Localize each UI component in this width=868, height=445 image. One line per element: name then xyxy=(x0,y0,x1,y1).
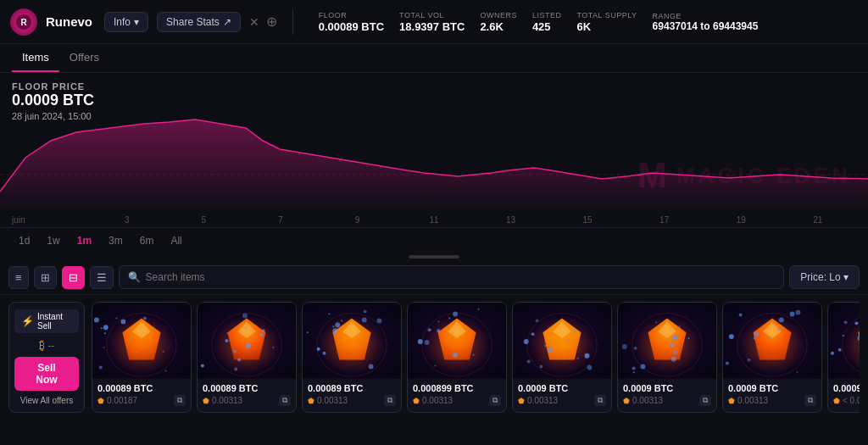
stat-listed: LISTED 425 xyxy=(532,11,562,33)
filter-3m[interactable]: 3m xyxy=(102,233,130,248)
logo-icon: R xyxy=(15,14,32,31)
btc-sub-icon: ⬟ xyxy=(728,397,735,405)
range-value: 69437014 to 69443945 xyxy=(653,20,759,32)
tab-offers[interactable]: Offers xyxy=(59,44,109,72)
copy-icon[interactable]: ⧉ xyxy=(594,395,606,406)
svg-point-115 xyxy=(777,327,781,331)
search-icon: 🔍 xyxy=(128,271,141,283)
stats-row: FLOOR 0.00089 BTC TOTAL VOL 18.9397 BTC … xyxy=(319,11,774,33)
nft-sub-value: 0.00313 xyxy=(527,396,558,405)
nft-card[interactable]: 0.0009 BTC ⬟ 0.00313 ⧉ xyxy=(617,302,717,413)
svg-point-68 xyxy=(425,340,430,345)
nft-card[interactable]: 0.00089 BTC ⬟ 0.00313 ⧉ xyxy=(302,302,402,413)
filter-all[interactable]: All xyxy=(164,233,188,248)
svg-point-48 xyxy=(332,328,337,333)
supply-label: TOTAL SUPPLY xyxy=(576,11,637,19)
svg-point-8 xyxy=(94,317,99,322)
nft-card[interactable]: 0.0009 BTC ⬟ 0.00313 ⧉ xyxy=(722,302,822,413)
copy-icon[interactable]: ⧉ xyxy=(384,395,396,406)
price-chevron-icon: ▾ xyxy=(843,271,849,283)
nft-card[interactable]: 0.00089 BTC ⬟ 0.00187 ⧉ xyxy=(92,302,192,413)
nft-sub-value: 0.00313 xyxy=(632,396,663,405)
x-label-9: 9 xyxy=(319,215,396,225)
svg-point-35 xyxy=(272,347,274,348)
svg-point-28 xyxy=(246,343,251,348)
nft-price: 0.00089 BTC xyxy=(308,383,396,393)
nft-sub: ⬟ 0.00313 ⧉ xyxy=(413,395,501,406)
svg-point-65 xyxy=(453,353,458,358)
nft-card[interactable]: 0.00089 BTC ⬟ 0.00313 ⧉ xyxy=(197,302,297,413)
x-label-juin: juin xyxy=(12,215,89,225)
svg-point-43 xyxy=(328,314,330,315)
time-filter: 1d 1w 1m 3m 6m All xyxy=(0,228,868,253)
nft-card[interactable]: 0.000899 BTC ⬟ 0.00313 ⧉ xyxy=(407,302,507,413)
nft-price: 0.0009 BTC xyxy=(623,383,711,393)
discord-icon[interactable]: ⊕ xyxy=(266,14,277,30)
tab-items[interactable]: Items xyxy=(12,44,59,72)
filter-1m[interactable]: 1m xyxy=(70,233,98,248)
copy-icon[interactable]: ⧉ xyxy=(489,395,501,406)
nft-sub: ⬟ 0.00313 ⧉ xyxy=(623,395,711,406)
nft-info: 0.0009 BTC ⬟ < 0.00001 ⧉ xyxy=(828,379,860,410)
nft-card[interactable]: 0.0009 BTC ⬟ < 0.00001 ⧉ xyxy=(827,302,860,413)
svg-point-24 xyxy=(260,333,264,337)
sell-now-button[interactable]: Sell Now xyxy=(14,357,79,391)
svg-point-116 xyxy=(748,359,751,362)
svg-point-12 xyxy=(163,351,164,353)
nft-artwork xyxy=(408,303,506,379)
x-label-15: 15 xyxy=(549,215,626,225)
scroll-bar-area xyxy=(0,253,868,260)
svg-point-79 xyxy=(567,339,569,341)
owners-label: OWNERS xyxy=(480,11,517,19)
floor-value: 0.00089 BTC xyxy=(319,20,384,33)
scroll-bar[interactable] xyxy=(409,255,459,259)
nft-artwork xyxy=(198,303,296,379)
filter-1d[interactable]: 1d xyxy=(12,233,36,248)
info-label: Info xyxy=(114,16,131,28)
grid-icon: ⊞ xyxy=(41,271,50,284)
x-label-21: 21 xyxy=(779,215,856,225)
svg-point-45 xyxy=(362,317,367,322)
filter-icon-button[interactable]: ≡ xyxy=(8,266,29,289)
info-button[interactable]: Info ▾ xyxy=(104,12,148,32)
x-label-13: 13 xyxy=(472,215,549,225)
svg-point-95 xyxy=(633,371,635,373)
svg-point-42 xyxy=(323,352,326,355)
svg-point-82 xyxy=(527,360,531,364)
svg-point-84 xyxy=(587,365,592,370)
nft-image xyxy=(408,303,506,379)
nft-artwork xyxy=(92,303,191,379)
collection-logo: R xyxy=(10,8,37,36)
svg-point-69 xyxy=(452,332,453,334)
nft-price: 0.0009 BTC xyxy=(833,383,860,393)
nft-price: 0.00089 BTC xyxy=(97,383,186,393)
x-label-17: 17 xyxy=(626,215,703,225)
nft-sub-value: 0.00187 xyxy=(107,396,137,405)
svg-point-32 xyxy=(225,339,228,342)
copy-icon[interactable]: ⧉ xyxy=(174,395,186,406)
view-all-offers-link[interactable]: View All offers xyxy=(20,396,73,405)
search-input[interactable] xyxy=(146,271,776,283)
copy-icon[interactable]: ⧉ xyxy=(279,395,291,406)
pattern-icon: ⊟ xyxy=(69,271,78,284)
svg-point-78 xyxy=(585,353,590,359)
svg-point-119 xyxy=(790,312,795,317)
filter-6m[interactable]: 6m xyxy=(133,233,161,248)
x-icon[interactable]: ✕ xyxy=(249,15,259,29)
search-box: 🔍 xyxy=(119,265,785,289)
pattern-view-button[interactable]: ⊟ xyxy=(62,266,85,289)
grid-view-button[interactable]: ⊞ xyxy=(34,266,57,289)
svg-point-113 xyxy=(754,331,759,337)
nft-card[interactable]: 0.0009 BTC ⬟ 0.00313 ⧉ xyxy=(512,302,612,413)
filter-1w[interactable]: 1w xyxy=(40,233,66,248)
price-filter-button[interactable]: Price: Lo ▾ xyxy=(789,265,860,289)
copy-icon[interactable]: ⧉ xyxy=(699,395,711,406)
svg-point-10 xyxy=(143,316,147,320)
copy-icon[interactable]: ⧉ xyxy=(804,395,816,406)
svg-point-67 xyxy=(428,328,431,331)
share-icon: ↗ xyxy=(223,16,231,28)
share-stats-button[interactable]: Share Stats ↗ xyxy=(157,12,241,32)
svg-point-33 xyxy=(262,329,265,332)
list-view-button[interactable]: ☰ xyxy=(90,266,114,289)
header: R Runevo Info ▾ Share Stats ↗ ✕ ⊕ FLOOR … xyxy=(0,0,868,44)
